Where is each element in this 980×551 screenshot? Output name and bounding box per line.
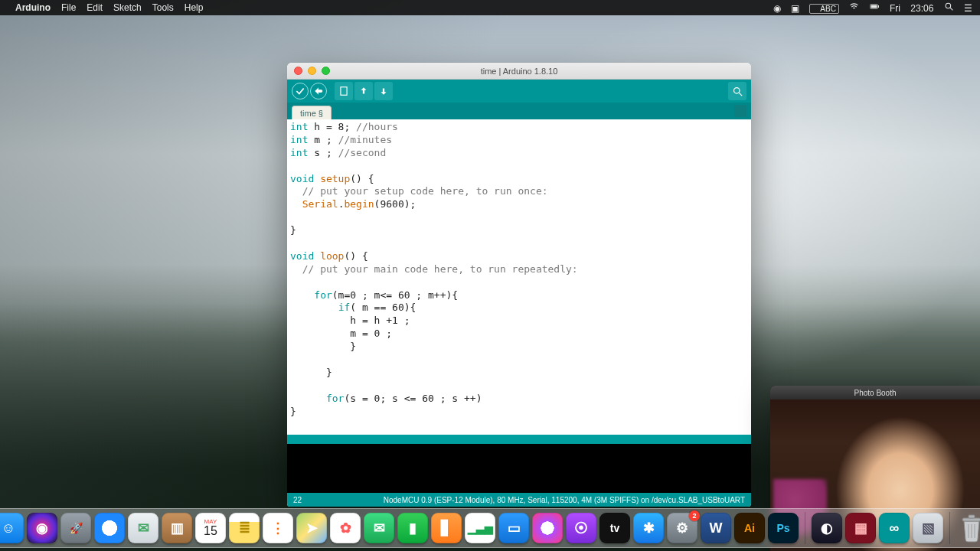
- menu-edit[interactable]: Edit: [87, 2, 103, 13]
- svg-point-3: [946, 3, 951, 8]
- dock-finder[interactable]: ☺: [0, 513, 24, 543]
- verify-button[interactable]: [292, 83, 309, 99]
- dock-siri[interactable]: ◉: [27, 513, 57, 543]
- dock-facetime[interactable]: ▮: [397, 513, 428, 543]
- dock-safari[interactable]: ✦: [94, 513, 125, 543]
- dock-illustrator[interactable]: Ai: [734, 513, 765, 543]
- battery-icon[interactable]: [870, 2, 880, 11]
- arduino-window: time | Arduino 1.8.10 time § int h = 8; …: [287, 63, 751, 507]
- spotlight-icon[interactable]: [944, 2, 954, 11]
- menu-file[interactable]: File: [61, 2, 76, 13]
- dock-contacts[interactable]: ▥: [162, 513, 192, 543]
- dock-numbers[interactable]: ▁▃▅: [465, 513, 495, 543]
- svg-rect-9: [969, 515, 975, 518]
- dock-tv[interactable]: tv: [599, 513, 630, 543]
- photobooth-title: Photo Booth: [770, 386, 980, 399]
- sketch-tab-time[interactable]: time §: [292, 106, 332, 119]
- menu-help[interactable]: Help: [185, 2, 204, 13]
- dock-separator: [949, 512, 950, 544]
- dock-notes[interactable]: ≣: [229, 513, 260, 543]
- control-center-icon[interactable]: ☰: [964, 3, 972, 14]
- new-sketch-button[interactable]: [335, 82, 353, 100]
- menu-sketch[interactable]: Sketch: [113, 2, 142, 13]
- dock-keynote[interactable]: ▭: [498, 513, 529, 543]
- dock-photos[interactable]: ✿: [330, 513, 361, 543]
- svg-line-7: [739, 93, 742, 96]
- window-close-button[interactable]: [294, 67, 302, 75]
- dock-preview[interactable]: ▧: [913, 513, 943, 543]
- status-board-info: NodeMCU 0.9 (ESP-12 Module), 80 MHz, Ser…: [384, 496, 745, 504]
- tabs-menu-button[interactable]: [734, 105, 746, 117]
- serial-monitor-button[interactable]: [728, 82, 746, 100]
- dock-preferences[interactable]: ⚙2: [667, 513, 697, 543]
- dock-photoshop[interactable]: Ps: [768, 513, 799, 543]
- window-titlebar[interactable]: time | Arduino 1.8.10: [287, 63, 751, 80]
- window-title: time | Arduino 1.8.10: [287, 67, 751, 76]
- dock-podcasts[interactable]: ⦿: [566, 513, 596, 543]
- sketch-tab-label: time §: [300, 109, 323, 118]
- badge: 2: [689, 510, 700, 521]
- dock-books[interactable]: ▋: [431, 513, 462, 543]
- dock-reminders[interactable]: ⋮: [263, 513, 293, 543]
- message-area: [287, 435, 751, 444]
- code-editor[interactable]: int h = 8; //hours int m ; //minutes int…: [287, 119, 751, 435]
- dock-trash[interactable]: [956, 513, 980, 543]
- arduino-toolbar: [287, 80, 751, 103]
- dock-appstore[interactable]: ✱: [633, 513, 664, 543]
- status-line-number: 22: [293, 496, 302, 504]
- svg-rect-2: [878, 5, 879, 8]
- svg-point-6: [733, 87, 740, 93]
- svg-line-4: [950, 8, 952, 10]
- save-sketch-button[interactable]: [374, 82, 393, 100]
- dock-separator: [805, 512, 805, 544]
- sketch-tabbar: time §: [287, 103, 751, 119]
- wifi-icon[interactable]: [849, 2, 859, 11]
- clock-time[interactable]: 23:06: [910, 3, 933, 14]
- svg-rect-8: [962, 518, 980, 521]
- upload-button[interactable]: [310, 83, 327, 99]
- dock-messages[interactable]: ✉: [364, 513, 394, 543]
- menu-tools[interactable]: Tools: [152, 2, 174, 13]
- app-name-menu[interactable]: Arduino: [15, 2, 51, 13]
- dock-maps[interactable]: ➤: [296, 513, 327, 543]
- svg-rect-1: [871, 5, 877, 8]
- open-sketch-button[interactable]: [354, 82, 373, 100]
- dock-arduino-ide[interactable]: ∞: [879, 513, 910, 543]
- dock-container: ☺◉🚀✦✉▥MAY15≣⋮➤✿✉▮▋▁▃▅▭♪⦿tv✱⚙2WAiPs◐▦∞▧: [0, 508, 980, 548]
- svg-rect-5: [341, 87, 347, 96]
- window-zoom-button[interactable]: [322, 67, 330, 75]
- stop-icon[interactable]: ▣: [791, 3, 799, 14]
- dock-launchpad[interactable]: 🚀: [60, 513, 91, 543]
- dock-unknown-app[interactable]: ◐: [812, 513, 842, 543]
- output-console[interactable]: [287, 444, 751, 493]
- dock-mail[interactable]: ✉: [128, 513, 158, 543]
- status-bar: 22 NodeMCU 0.9 (ESP-12 Module), 80 MHz, …: [287, 493, 751, 507]
- dock-calendar[interactable]: MAY15: [195, 513, 226, 543]
- window-minimize-button[interactable]: [308, 67, 316, 75]
- dock-word[interactable]: W: [701, 513, 731, 543]
- mac-menubar: Arduino File Edit Sketch Tools Help ◉ ▣ …: [0, 0, 980, 15]
- menubar-right: ◉ ▣ ABC Fri 23:06 ☰: [766, 2, 972, 14]
- input-source[interactable]: ABC: [809, 4, 839, 14]
- screen-record-icon[interactable]: ◉: [773, 3, 781, 14]
- dock-itunes[interactable]: ♪: [532, 513, 563, 543]
- dock-media[interactable]: ▦: [845, 513, 876, 543]
- clock-day[interactable]: Fri: [890, 3, 900, 14]
- dock: ☺◉🚀✦✉▥MAY15≣⋮➤✿✉▮▋▁▃▅▭♪⦿tv✱⚙2WAiPs◐▦∞▧: [0, 508, 980, 548]
